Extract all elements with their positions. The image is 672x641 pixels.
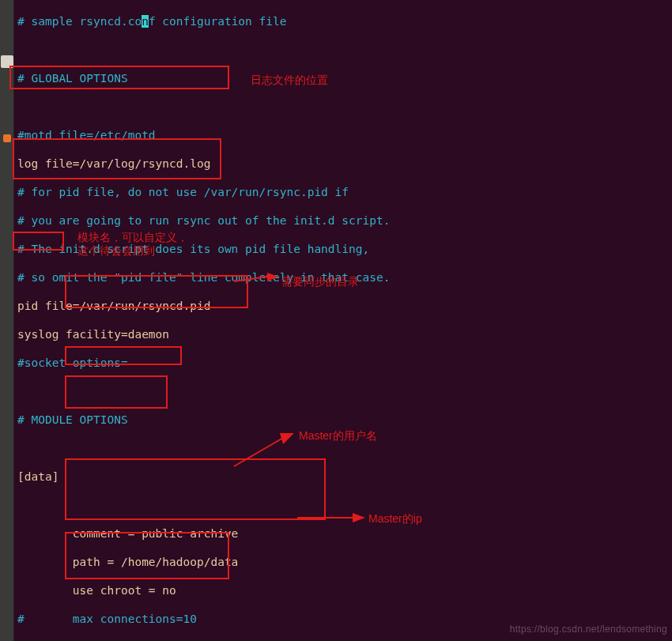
code-line: #socket options=: [17, 356, 672, 370]
code-line: [17, 498, 672, 512]
code-line: # GLOBAL OPTIONS: [17, 71, 672, 85]
launcher-indicator: [3, 134, 11, 142]
code-line: #motd file=/etc/motd: [17, 128, 672, 142]
code-line: use chroot = no: [17, 583, 672, 598]
code-line: # MODULE OPTIONS: [17, 413, 672, 427]
code-line: syslog facility=daemon: [17, 327, 672, 341]
code-line: # The init.d script does its own pid fil…: [17, 242, 672, 256]
launcher-strip: [0, 0, 14, 641]
code-line: [17, 441, 672, 455]
code-line: # you are going to run rsync out of the …: [17, 213, 672, 228]
code-line: pid file=/var/run/rsyncd.pid: [17, 299, 672, 313]
code-line: # for pid file, do not use /var/run/rsyn…: [17, 185, 672, 199]
watermark: https://blog.csdn.net/lendsomething: [510, 622, 667, 636]
code-line: [17, 384, 672, 398]
code-line: path = /home/hadoop/data: [17, 555, 672, 569]
code-line: log file=/var/log/rsyncd.log: [17, 156, 672, 171]
code-line: [data]: [17, 469, 672, 484]
text-cursor: n: [142, 15, 149, 28]
code-line: [17, 43, 672, 57]
launcher-app-icon[interactable]: [1, 55, 13, 68]
code-line: [17, 100, 672, 114]
terminal-editor[interactable]: # sample rsyncd.conf configuration file …: [16, 0, 672, 641]
code-line: # so omit the "pid file" line completely…: [17, 270, 672, 285]
code-line: # sample rsyncd.conf configuration file: [17, 14, 672, 28]
code-line: comment = public archive: [17, 526, 672, 541]
